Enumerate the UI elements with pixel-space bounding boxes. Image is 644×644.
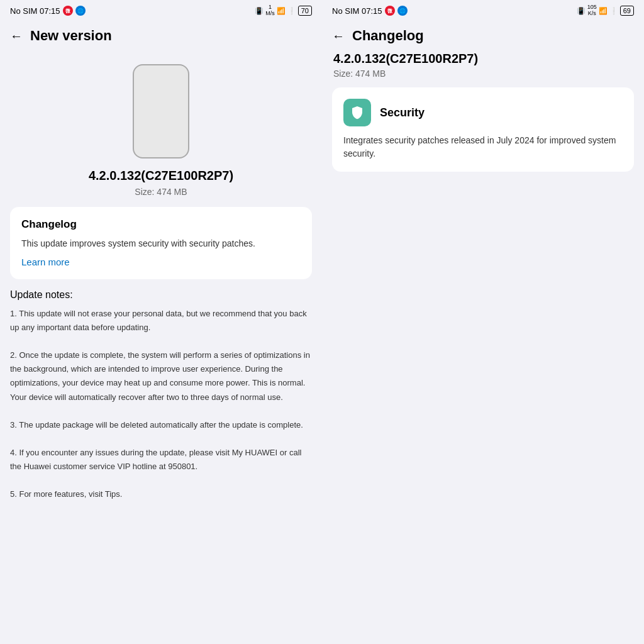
- security-icon-wrap: [343, 99, 371, 126]
- changelog-content: 4.2.0.132(C27E100R2P7) Size: 474 MB Secu…: [322, 52, 644, 644]
- data-speed-icon: 1M/s: [265, 4, 275, 17]
- update-notes-text: 1. This update will not erase your perso…: [10, 307, 312, 501]
- changelog-title: Changelog: [21, 218, 301, 231]
- sim-time-label-right: No SIM 07:15: [332, 6, 382, 16]
- phone-illustration: [10, 64, 312, 158]
- browser-icon: 🌐: [75, 6, 86, 16]
- status-right-icons: 📳 1M/s 📶 ❕ 70: [255, 4, 312, 17]
- security-title: Security: [380, 106, 425, 119]
- security-card: Security Integrates security patches rel…: [332, 87, 634, 172]
- alert-icon-right: ❕: [609, 7, 618, 15]
- changelog-version-number: 4.2.0.132(C27E100R2P7): [332, 52, 634, 66]
- status-right-icons-right: 📳 105K/s 📶 ❕ 69: [577, 4, 634, 17]
- status-bar-right: No SIM 07:15 微 🌐 📳 105K/s 📶 ❕ 69: [322, 0, 644, 20]
- screen-new-version: No SIM 07:15 微 🌐 📳 1M/s 📶 ❕ 70 ← New ver…: [0, 0, 322, 644]
- update-note-3: 3. The update package will be deleted au…: [10, 420, 303, 430]
- weibo-icon: 微: [63, 6, 73, 16]
- status-bar-info-right: No SIM 07:15 微 🌐: [332, 6, 408, 16]
- update-note-4: 4. If you encounter any issues during th…: [10, 448, 301, 471]
- battery-label-right: 69: [620, 6, 634, 16]
- update-note-2: 2. Once the update is complete, the syst…: [10, 350, 310, 401]
- new-version-content: 4.2.0.132(C27E100R2P7) Size: 474 MB Chan…: [0, 52, 322, 644]
- security-header: Security: [343, 99, 623, 126]
- vibrate-icon: 📳: [255, 7, 264, 15]
- battery-icon-right: 69: [620, 6, 634, 16]
- phone-shape: [133, 64, 189, 158]
- wifi-icon: 📶: [277, 7, 286, 15]
- header-changelog: ← Changelog: [322, 20, 644, 52]
- header-new-version: ← New version: [0, 20, 322, 52]
- status-bar-left: No SIM 07:15 微 🌐 📳 1M/s 📶 ❕ 70: [0, 0, 322, 20]
- page-title: New version: [30, 28, 112, 44]
- changelog-card: Changelog This update improves system se…: [10, 207, 312, 279]
- version-size: Size: 474 MB: [10, 187, 312, 197]
- battery-icon: 70: [298, 6, 312, 16]
- changelog-text: This update improves system security wit…: [21, 237, 301, 250]
- changelog-version-size: Size: 474 MB: [332, 69, 634, 79]
- changelog-page-title: Changelog: [352, 28, 424, 44]
- browser-icon-right: 🌐: [397, 6, 408, 16]
- screen-changelog: No SIM 07:15 微 🌐 📳 105K/s 📶 ❕ 69 ← Chang…: [322, 0, 644, 644]
- wifi-icon-right: 📶: [599, 7, 608, 15]
- back-button-changelog[interactable]: ←: [332, 29, 345, 43]
- shield-check-icon: [350, 105, 365, 120]
- learn-more-link[interactable]: Learn more: [21, 257, 70, 267]
- data-speed-icon-right: 105K/s: [587, 4, 597, 17]
- update-note-5: 5. For more features, visit Tips.: [10, 489, 122, 499]
- status-bar-info: No SIM 07:15 微 🌐: [10, 6, 86, 16]
- update-note-1: 1. This update will not erase your perso…: [10, 309, 307, 332]
- security-description: Integrates security patches released in …: [343, 134, 623, 160]
- update-notes-title: Update notes:: [10, 289, 312, 301]
- battery-label: 70: [298, 6, 312, 16]
- version-number: 4.2.0.132(C27E100R2P7): [10, 169, 312, 183]
- sim-time-label: No SIM 07:15: [10, 6, 60, 16]
- alert-icon: ❕: [287, 7, 296, 15]
- weibo-icon-right: 微: [385, 6, 395, 16]
- vibrate-icon-right: 📳: [577, 7, 586, 15]
- back-button[interactable]: ←: [10, 29, 23, 43]
